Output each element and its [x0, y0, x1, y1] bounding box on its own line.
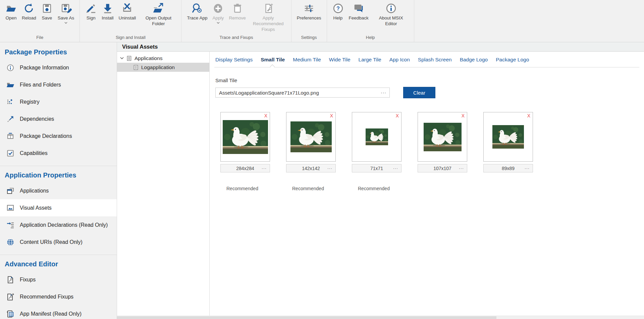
- tab-package-logo[interactable]: Package Logo: [496, 57, 529, 63]
- dove-preview-image: [424, 123, 462, 151]
- asset-preview-box: X: [286, 112, 336, 162]
- tab-wide-tile[interactable]: Wide Tile: [329, 57, 351, 63]
- tree-item-label: Logapplication: [141, 64, 175, 70]
- horizontal-scrollbar: [117, 316, 644, 319]
- recommended-fixups-star-icon: [6, 293, 14, 301]
- toolbar-button-uninstall[interactable]: Uninstall: [117, 2, 138, 21]
- sidebar-item-capabilities[interactable]: Capabilities: [0, 145, 117, 162]
- sidebar-item-fixups[interactable]: Fixups: [0, 271, 117, 288]
- toolbar-button-open-output-folder[interactable]: Open Output Folder: [139, 2, 178, 27]
- remove-asset-icon[interactable]: X: [264, 113, 267, 118]
- tab-medium-tile[interactable]: Medium Tile: [293, 57, 321, 63]
- toolbar-button-label: Save As: [58, 15, 74, 21]
- tile-size-label: 107x107: [433, 166, 451, 171]
- sidebar-item-label: App Manifest (Read Only): [20, 311, 82, 317]
- sidebar-item-label: Registry: [20, 99, 40, 105]
- ellipsis-icon: ···: [393, 166, 398, 171]
- toolbar-button-help[interactable]: ?Help: [330, 2, 346, 21]
- sidebar-item-label: Visual Assets: [20, 205, 52, 211]
- toolbar-button-preferences[interactable]: Preferences: [295, 2, 323, 21]
- sidebar-item-applications[interactable]: Applications: [0, 182, 117, 199]
- save-as-icon: [60, 3, 72, 14]
- toolbar-button-install[interactable]: Install: [100, 2, 115, 21]
- ribbon-toolbar: OpenReloadSaveSave AsFileSignInstallUnin…: [0, 0, 644, 42]
- toolbar-button-label: Sign: [87, 15, 96, 21]
- image-icon: [6, 204, 14, 212]
- tab-large-tile[interactable]: Large Tile: [359, 57, 381, 63]
- tab-badge-logo[interactable]: Badge Logo: [460, 57, 488, 63]
- asset-preview-box: X: [418, 112, 467, 162]
- clear-button[interactable]: Clear: [403, 87, 435, 98]
- sidebar-item-files-and-folders[interactable]: Files and Folders: [0, 76, 117, 93]
- sidebar-item-registry[interactable]: Registry: [0, 93, 117, 110]
- remove-trash-icon: [232, 3, 243, 14]
- remove-asset-icon[interactable]: X: [396, 113, 399, 118]
- package-declarations-icon: [6, 132, 14, 140]
- browse-ellipsis-icon[interactable]: ···: [381, 90, 386, 95]
- sidebar-item-content-uris-read-only[interactable]: Content URIs (Read Only): [0, 233, 117, 251]
- tab-splash-screen[interactable]: Splash Screen: [418, 57, 452, 63]
- sidebar-item-application-declarations-read-only[interactable]: Application Declarations (Read Only): [0, 216, 117, 233]
- sidebar-item-label: Applications: [20, 188, 49, 194]
- tile-size-button[interactable]: 284x284···: [220, 164, 270, 172]
- tree-item-logapplication[interactable]: Logapplication: [117, 63, 209, 72]
- applications-tree: Applications Logapplication: [117, 52, 210, 316]
- ellipsis-icon: ···: [262, 166, 267, 171]
- ellipsis-icon: ···: [459, 166, 464, 171]
- sidebar-item-package-information[interactable]: Package Information: [0, 59, 117, 76]
- tree-item-applications[interactable]: Applications: [117, 54, 209, 63]
- toolbar-button-label: Open: [5, 15, 16, 21]
- sidebar-item-app-manifest-read-only[interactable]: App Manifest (Read Only): [0, 305, 117, 319]
- info-circle-icon: [6, 64, 14, 72]
- remove-asset-icon[interactable]: X: [330, 113, 333, 118]
- ribbon-group-file: OpenReloadSaveSave AsFile: [0, 0, 80, 42]
- toolbar-button-save-as[interactable]: Save As: [56, 2, 76, 24]
- toolbar-button-open[interactable]: Open: [3, 2, 19, 21]
- capabilities-check-icon: [6, 149, 14, 157]
- sidebar-item-package-declarations[interactable]: Package Declarations: [0, 127, 117, 145]
- toolbar-button-save[interactable]: Save: [39, 2, 55, 21]
- save-icon: [41, 3, 53, 14]
- remove-asset-icon[interactable]: X: [462, 113, 465, 118]
- feedback-bubble-icon: [353, 3, 364, 14]
- chevron-down-icon: [64, 22, 67, 24]
- app-window-icon: [6, 187, 14, 195]
- recommended-label: Recommended: [352, 186, 401, 191]
- ribbon-group-title: Settings: [295, 33, 323, 42]
- scrollbar-thumb[interactable]: [117, 316, 496, 319]
- asset-path-value: Assets\LogapplicationSquare71x71Logo.png: [219, 90, 319, 96]
- tab-display-settings[interactable]: Display Settings: [215, 57, 253, 63]
- ribbon-group-title: Sign and Install: [83, 33, 178, 42]
- sidebar-item-visual-assets[interactable]: Visual Assets: [0, 199, 117, 216]
- sidebar-item-dependencies[interactable]: Dependencies: [0, 110, 117, 127]
- tile-size-button[interactable]: 71x71···: [352, 164, 401, 172]
- svg-text:?: ?: [336, 5, 340, 11]
- sidebar-item-label: Content URIs (Read Only): [20, 239, 83, 245]
- asset-tiles: X 284x284···RecommendedX 142x1: [220, 112, 644, 191]
- tile-size-button[interactable]: 89x89···: [483, 164, 533, 172]
- sidebar-item-label: Files and Folders: [20, 82, 61, 88]
- toolbar-button-feedback[interactable]: Feedback: [347, 2, 371, 21]
- sidebar-item-recommended-fixups[interactable]: Recommended Fixups: [0, 288, 117, 305]
- tile-size-button[interactable]: 107x107···: [418, 164, 467, 172]
- toolbar-button-label: Preferences: [297, 15, 321, 21]
- document-icon: [126, 56, 132, 61]
- asset-path-input[interactable]: Assets\LogapplicationSquare71x71Logo.png…: [215, 88, 390, 98]
- asset-tile-89x89: X 89x89···: [483, 112, 533, 191]
- toolbar-button-reload[interactable]: Reload: [20, 2, 38, 21]
- sidebar-heading-package-properties: Package Properties: [5, 48, 117, 56]
- toolbar-button-about-msix-editor[interactable]: About MSIX Editor: [372, 2, 411, 27]
- toolbar-button-label: Trace App: [187, 15, 207, 21]
- declarations-list-icon: [6, 221, 14, 229]
- toolbar-button-label: Apply Recommended Fixups: [251, 15, 286, 33]
- toolbar-button-sign[interactable]: Sign: [83, 2, 99, 21]
- tile-size-button[interactable]: 142x142···: [286, 164, 336, 172]
- section-divider: [0, 255, 117, 255]
- remove-asset-icon[interactable]: X: [527, 113, 530, 118]
- toolbar-button-remove: Remove: [227, 2, 248, 21]
- tile-size-label: 89x89: [502, 166, 515, 171]
- chevron-down-icon[interactable]: [120, 57, 124, 59]
- tab-small-tile[interactable]: Small Tile: [261, 57, 285, 63]
- toolbar-button-trace-app[interactable]: Trace App: [185, 2, 209, 21]
- tab-app-icon[interactable]: App Icon: [389, 57, 410, 63]
